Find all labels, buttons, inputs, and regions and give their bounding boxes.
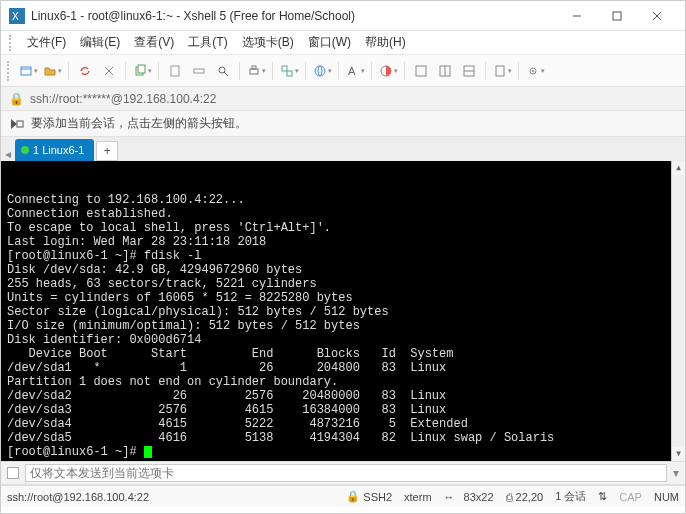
separator [338, 62, 339, 80]
svg-text:X: X [12, 11, 19, 22]
svg-rect-17 [252, 66, 256, 69]
status-term: xterm [404, 491, 432, 503]
svg-rect-24 [416, 66, 426, 76]
scrollbar-vertical[interactable]: ▴ ▾ [671, 161, 685, 461]
window-title: Linux6-1 - root@linux6-1:~ - Xshell 5 (F… [31, 9, 557, 23]
svg-rect-32 [17, 121, 23, 127]
lock-icon: 🔒 [346, 490, 360, 503]
scroll-up-icon[interactable]: ▴ [672, 161, 685, 175]
status-rowcol: ⎙ 22,20 [506, 491, 544, 503]
address-bar: 🔒 ssh://root:******@192.168.100.4:22 [1, 87, 685, 111]
separator [272, 62, 273, 80]
maximize-button[interactable] [597, 2, 637, 30]
menu-help[interactable]: 帮助(H) [359, 32, 412, 53]
status-connection: ssh://root@192.168.100.4:22 [7, 491, 149, 503]
status-caps: CAP [619, 491, 642, 503]
add-tab-button[interactable]: + [96, 141, 118, 161]
svg-rect-13 [194, 69, 204, 73]
scroll-down-icon[interactable]: ▾ [672, 447, 685, 461]
svg-rect-12 [171, 66, 179, 76]
separator [158, 62, 159, 80]
status-dot-icon [21, 146, 29, 154]
status-num: NUM [654, 491, 679, 503]
settings-button[interactable] [524, 60, 546, 82]
svg-point-20 [315, 66, 325, 76]
menu-file[interactable]: 文件(F) [21, 32, 72, 53]
resize-icon: ↔ [444, 491, 455, 503]
menu-tab[interactable]: 选项卡(B) [236, 32, 300, 53]
separator [239, 62, 240, 80]
status-size: ↔ 83x22 [444, 491, 494, 503]
layout2-button[interactable] [434, 60, 456, 82]
disconnect-button[interactable] [98, 60, 120, 82]
svg-rect-16 [250, 69, 258, 74]
app-icon: X [9, 8, 25, 24]
menubar: 文件(F) 编辑(E) 查看(V) 工具(T) 选项卡(B) 窗口(W) 帮助(… [1, 31, 685, 55]
separator [371, 62, 372, 80]
tab-active[interactable]: 1 Linux6-1 [15, 139, 94, 161]
svg-rect-18 [282, 66, 287, 71]
color-button[interactable] [377, 60, 399, 82]
status-updown-icon: ⇅ [598, 490, 607, 503]
svg-point-21 [318, 66, 322, 76]
lock-icon: 🔒 [9, 92, 24, 106]
tab-strip: ◂ 1 Linux6-1 + [1, 137, 685, 161]
reconnect-button[interactable] [74, 60, 96, 82]
status-sessions: 1 会话 [555, 489, 586, 504]
svg-rect-11 [138, 65, 145, 73]
grip-icon [7, 61, 13, 81]
separator [518, 62, 519, 80]
transfer-button[interactable] [278, 60, 300, 82]
open-session-button[interactable] [41, 60, 63, 82]
script-button[interactable] [491, 60, 513, 82]
close-button[interactable] [637, 2, 677, 30]
terminal[interactable]: Connecting to 192.168.100.4:22...Connect… [1, 161, 685, 461]
tool-button[interactable] [188, 60, 210, 82]
copy-button[interactable] [131, 60, 153, 82]
separator [404, 62, 405, 80]
tab-scroll-left[interactable]: ◂ [1, 147, 15, 161]
scroll-track[interactable] [672, 175, 685, 447]
terminal-output: Connecting to 192.168.100.4:22...Connect… [7, 193, 679, 459]
svg-rect-6 [21, 67, 31, 75]
layout3-button[interactable] [458, 60, 480, 82]
paste-button[interactable] [164, 60, 186, 82]
status-bar: ssh://root@192.168.100.4:22 🔒SSH2 xterm … [1, 485, 685, 507]
svg-line-15 [224, 72, 228, 76]
svg-rect-29 [496, 66, 504, 76]
toolbar: A [1, 55, 685, 87]
grip-icon [9, 35, 15, 51]
print-button[interactable] [245, 60, 267, 82]
status-ssh: 🔒SSH2 [346, 490, 392, 503]
svg-point-31 [532, 70, 534, 72]
separator [125, 62, 126, 80]
layout1-button[interactable] [410, 60, 432, 82]
separator [485, 62, 486, 80]
svg-rect-3 [613, 12, 621, 20]
arrow-icon[interactable] [9, 117, 25, 131]
svg-text:A: A [348, 65, 356, 77]
window-titlebar: X Linux6-1 - root@linux6-1:~ - Xshell 5 … [1, 1, 685, 31]
font-button[interactable]: A [344, 60, 366, 82]
new-session-button[interactable] [17, 60, 39, 82]
svg-rect-19 [287, 71, 292, 76]
separator [305, 62, 306, 80]
separator [68, 62, 69, 80]
menu-window[interactable]: 窗口(W) [302, 32, 357, 53]
minimize-button[interactable] [557, 2, 597, 30]
find-button[interactable] [212, 60, 234, 82]
menu-tool[interactable]: 工具(T) [182, 32, 233, 53]
tip-text: 要添加当前会话，点击左侧的箭头按钮。 [31, 115, 247, 132]
address-text[interactable]: ssh://root:******@192.168.100.4:22 [30, 92, 216, 106]
globe-button[interactable] [311, 60, 333, 82]
tip-bar: 要添加当前会话，点击左侧的箭头按钮。 [1, 111, 685, 137]
menu-view[interactable]: 查看(V) [128, 32, 180, 53]
tab-label: 1 Linux6-1 [33, 144, 84, 156]
menu-edit[interactable]: 编辑(E) [74, 32, 126, 53]
